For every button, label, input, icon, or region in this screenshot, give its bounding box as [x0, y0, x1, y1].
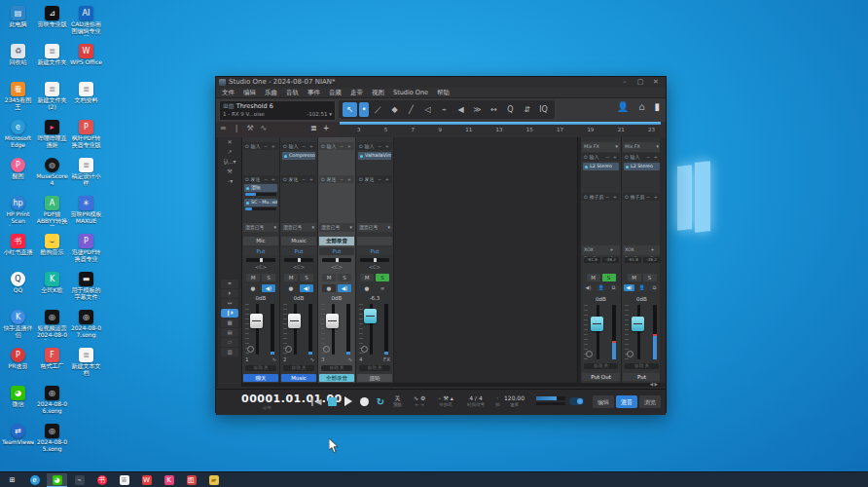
ruler-icon-0[interactable]: ≡ [220, 124, 227, 132]
taskbar-audio-tool[interactable]: ⌁ [69, 473, 90, 486]
ruler-icon-1[interactable]: ❘ [234, 124, 240, 132]
link-icon[interactable]: ⧉ [608, 284, 619, 291]
taskbar[interactable]: ⊞e◕⌁书≣WK图▰ [0, 471, 868, 487]
inserts-header[interactable]: ⏻ 输入− + [243, 142, 278, 150]
taskbar-edge[interactable]: e [24, 473, 45, 486]
timeline-ruler[interactable]: ≡❘⚒∿ ≣+ 357911131517192123 [216, 122, 666, 138]
desktop-icon-template[interactable]: ✳剪映PR模板 MAXUE [70, 196, 102, 233]
channel-output[interactable]: Put [357, 247, 392, 255]
return-to-start-button[interactable]: ❙◀ [308, 395, 322, 407]
send-level-slider[interactable] [245, 193, 276, 196]
menu-item-走带[interactable]: 走带 [350, 89, 363, 97]
desktop-icon-song-file[interactable]: ◎2024-08-0 7.song [70, 310, 102, 347]
rail-top-icon-4[interactable]: ◦▾ [218, 176, 241, 186]
desktop-icon-song-file[interactable]: ◎短视频运营 2024-08-0 7.wav [36, 310, 68, 347]
taskbar-folder[interactable]: ▰ [203, 473, 224, 486]
inserts-header[interactable]: ⏻ 输入− + [281, 142, 316, 150]
postfader-header[interactable]: ⏻ 推子后− + [623, 193, 661, 201]
fader-track[interactable] [294, 304, 297, 355]
channel-color-tag[interactable]: 混响 [357, 374, 392, 382]
mute-button[interactable]: M [587, 274, 600, 281]
desktop-icon-pdf[interactable]: P枫叶PDF转换器专业版 [70, 120, 102, 157]
pan-slider[interactable] [322, 258, 351, 262]
plugin-value[interactable]: -102.51 ▾ [307, 111, 332, 117]
solo-button[interactable]: S [376, 274, 389, 281]
desktop-icon-subtitle-file[interactable]: ▬用于模板的字幕文件 [70, 272, 102, 309]
record-arm-button[interactable]: ● [246, 284, 260, 292]
pan-slider[interactable] [284, 258, 313, 262]
close-button[interactable]: ✕ [648, 77, 664, 88]
ruler-icon-3[interactable]: ∿ [261, 124, 268, 132]
person-icon[interactable]: 👤 [636, 284, 647, 291]
fader-handle[interactable] [591, 317, 603, 331]
menu-item-音频[interactable]: 音频 [329, 89, 342, 97]
speaker-icon[interactable]: ◀) [624, 284, 634, 291]
fader-value[interactable]: 0dB [318, 295, 355, 302]
solo-button[interactable]: S [262, 274, 275, 281]
meter-mode-icon[interactable]: FX [383, 356, 390, 363]
rail-top-icon-0[interactable]: ✕ [218, 137, 241, 147]
record-arm-button[interactable]: ● [322, 284, 336, 292]
maximize-button[interactable]: ▢ [633, 77, 648, 88]
output-strip-1[interactable]: Mix FX▾⏻ 输入− +L2 Stereo⏻ 推子后− +XOX Studi… [581, 137, 622, 383]
desktop-icon-recycle-bin[interactable]: ♻回收站 [2, 44, 34, 81]
automation-box[interactable]: 自动 关 [625, 363, 659, 369]
insert-slot[interactable]: ValhallaVinta [358, 152, 391, 160]
desktop-icon-abbyy[interactable]: APDF猫ABBYY转换器 [36, 196, 68, 233]
send-slot[interactable]: 混响 [244, 184, 277, 192]
monitor-button[interactable]: ∞ [376, 284, 389, 292]
speaker-icon[interactable]: ◀) [583, 284, 594, 291]
desktop-icon-premiere[interactable]: PPR速剪 [2, 348, 34, 385]
stop-button[interactable] [325, 395, 339, 407]
rail-bottom-icon-6[interactable]: ▱ [221, 338, 238, 347]
gain-knob[interactable] [361, 346, 368, 353]
solo-button[interactable]: S [643, 274, 657, 281]
inserts-header[interactable]: ⏻ 输入− + [319, 142, 354, 150]
transport-option-4[interactable]: ·拍 [495, 393, 500, 407]
taskbar-xiaohongshu[interactable]: 书 [91, 473, 112, 486]
desktop-icon-song-file[interactable]: ◎2024-08-0 5.song [36, 424, 68, 461]
menu-item-Studio One[interactable]: Studio One [393, 89, 428, 96]
channel-color-tag[interactable]: Music [281, 374, 316, 382]
studio-one-window[interactable]: Studio One - 2024-08-07 NIAN* – ▢ ✕ 文件编辑… [215, 76, 667, 413]
channel-mode-dropdown[interactable]: 混音已号▾ [357, 223, 392, 232]
fastforward-tool[interactable]: ≫ [470, 102, 485, 117]
channel-mode-dropdown[interactable]: 混音已号▾ [281, 223, 316, 232]
channel-strip-1[interactable]: ⏻ 输入− +⏻ 发送− +混响SC - Mu..wav混音已号▾MicPut<… [242, 137, 280, 383]
desktop-icon-pdf2[interactable]: P迅捷PDF转换器专业 [70, 234, 102, 271]
desktop-icon-wechat[interactable]: ◕微信 [2, 386, 34, 423]
menu-item-音轨[interactable]: 音轨 [286, 89, 299, 97]
link-icon[interactable]: ⧉ [649, 284, 660, 291]
insert-slot[interactable]: L2 Stereo [624, 163, 660, 170]
desktop-icon-wps[interactable]: WWPS Office [70, 44, 102, 81]
desktop-icon-musescore[interactable]: ◍MuseScore 4 [36, 158, 68, 195]
transport-option-5[interactable]: 120.00速度 [504, 393, 524, 407]
iq-tool[interactable]: IQ [536, 102, 551, 117]
mute-button[interactable]: M [322, 274, 336, 281]
taskbar-wechat[interactable]: ◕ [47, 473, 67, 487]
record-arm-button[interactable]: ● [360, 284, 374, 292]
rail-top-icon-3[interactable]: ⚒ [218, 167, 241, 176]
rail-bottom-icon-1[interactable]: ⏵ [221, 289, 238, 298]
mute-button[interactable]: M [284, 274, 298, 281]
pan-slider[interactable] [360, 258, 389, 262]
taskbar-document[interactable]: ≣ [114, 473, 134, 486]
mute-tool[interactable]: ◁ [420, 102, 435, 117]
gain-knob[interactable] [627, 351, 633, 357]
output-name[interactable]: Put [623, 373, 661, 381]
transport-option-0[interactable]: 关预数 [393, 393, 402, 407]
sends-header[interactable]: ⏻ 发送− + [357, 175, 392, 183]
desktop-icon-doc[interactable]: ≣稿定设计小样 [70, 158, 102, 195]
solo-button[interactable]: S [602, 274, 616, 281]
channel-output[interactable]: Put [319, 247, 354, 255]
automation-box[interactable]: 自动 关 [245, 365, 276, 371]
layers-tool[interactable]: ⇵ [520, 102, 534, 117]
pan-slider[interactable] [246, 258, 275, 262]
menu-item-文件[interactable]: 文件 [222, 89, 235, 97]
minimize-button[interactable]: – [617, 77, 633, 88]
record-button[interactable] [357, 395, 371, 407]
eraser-tool[interactable]: ◆ [387, 102, 402, 117]
pan-handle[interactable] [374, 258, 377, 262]
solo-button[interactable]: S [300, 274, 313, 281]
meter-mode-icon[interactable]: ∿ [309, 356, 314, 363]
